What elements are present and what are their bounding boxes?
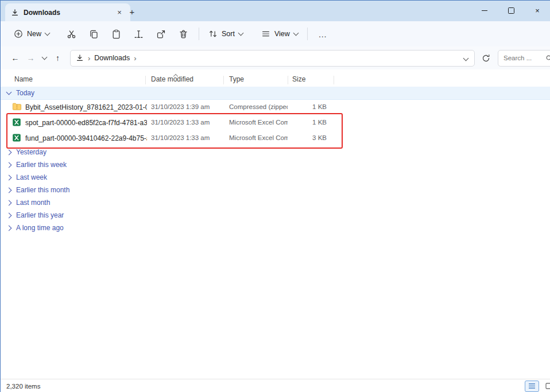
paste-button[interactable]: [105, 25, 127, 43]
new-button[interactable]: New: [9, 25, 55, 43]
group-label: Last month: [16, 199, 50, 207]
chevron-down-icon: [463, 56, 469, 61]
chevron-right-icon: [6, 162, 12, 168]
navigation-bar: ← → ↑ › Downloads ›: [1, 46, 550, 70]
tab-close-icon[interactable]: ×: [114, 7, 125, 18]
clipboard-icon: [111, 29, 121, 39]
column-header-type[interactable]: Type: [229, 75, 244, 83]
zip-folder-icon: [12, 102, 22, 112]
group-label: Yesterday: [16, 148, 47, 156]
column-header-name[interactable]: Name: [14, 75, 33, 83]
view-toggles: [525, 381, 550, 392]
chevron-down-icon: [6, 90, 12, 95]
group-label: Last week: [16, 173, 47, 181]
file-list-area: Name Date modified Type Size Today Bybit…: [1, 69, 550, 379]
ellipsis-icon: …: [318, 29, 327, 39]
rename-icon: [134, 29, 144, 39]
close-button[interactable]: ×: [524, 1, 550, 21]
see-more-button[interactable]: …: [312, 25, 334, 43]
chevron-right-icon: [6, 212, 12, 218]
command-toolbar: New: [1, 21, 550, 47]
refresh-button[interactable]: [477, 51, 494, 66]
group-label: Earlier this month: [16, 186, 69, 194]
chevron-down-icon: [238, 30, 244, 36]
rename-button[interactable]: [127, 25, 150, 43]
view-button-label: View: [274, 30, 290, 38]
group-label: Today: [16, 89, 34, 97]
share-button[interactable]: [150, 25, 172, 43]
address-dropdown-button[interactable]: [464, 54, 469, 62]
group-label: A long time ago: [16, 224, 64, 232]
refresh-icon: [482, 54, 490, 63]
column-divider[interactable]: [288, 76, 288, 84]
breadcrumb-separator: ›: [88, 54, 90, 63]
file-type: Compressed (zipped)...: [229, 103, 288, 110]
window-controls: ×: [471, 1, 550, 21]
group-label: Earlier this year: [16, 211, 64, 219]
group-label: Earlier this week: [16, 161, 67, 169]
maximize-icon: [508, 7, 514, 14]
view-button[interactable]: View: [256, 25, 303, 43]
group-row-a-long-time-ago[interactable]: A long time ago: [1, 222, 550, 234]
delete-button[interactable]: [172, 25, 195, 43]
file-size: 1 KB: [288, 103, 327, 110]
group-row-earlier-this-month[interactable]: Earlier this month: [1, 184, 550, 196]
column-header-size[interactable]: Size: [292, 75, 305, 83]
share-icon: [156, 29, 166, 39]
column-divider[interactable]: [223, 76, 224, 84]
chevron-down-icon: [41, 55, 47, 60]
group-row-earlier-this-year[interactable]: Earlier this year: [1, 209, 550, 222]
address-bar[interactable]: › Downloads ›: [70, 50, 475, 67]
group-row-last-week[interactable]: Last week: [1, 171, 550, 184]
chevron-right-icon: [6, 187, 12, 193]
recent-locations-button[interactable]: [38, 51, 50, 66]
file-date-modified: 31/10/2023 1:39 am: [151, 103, 226, 110]
minimize-icon: [482, 10, 487, 11]
sort-button[interactable]: Sort: [203, 25, 248, 43]
thumbnails-view-icon: [545, 383, 550, 389]
new-button-label: New: [27, 30, 41, 38]
toolbar-divider: [307, 28, 308, 40]
search-icon: [545, 55, 550, 62]
group-row-today[interactable]: Today: [1, 87, 550, 100]
breadcrumb-separator: ›: [134, 54, 136, 63]
view-list-icon: [261, 29, 270, 38]
forward-button[interactable]: →: [23, 51, 38, 66]
copy-icon: [89, 29, 99, 39]
up-button[interactable]: ↑: [50, 51, 65, 66]
breadcrumb-downloads[interactable]: Downloads: [94, 54, 130, 62]
file-row-bybit-zip[interactable]: Bybit_AssetHistory_8781621_2023-01-01_20…: [1, 99, 550, 115]
thumbnails-view-toggle[interactable]: [542, 381, 550, 392]
toolbar-divider: [199, 28, 199, 40]
sort-arrows-icon: [208, 29, 218, 38]
trash-icon: [179, 29, 188, 39]
details-view-toggle[interactable]: [525, 381, 539, 392]
item-count: 2,320 items: [6, 383, 40, 390]
group-row-yesterday[interactable]: Yesterday: [1, 146, 550, 158]
new-tab-button[interactable]: +: [125, 5, 140, 18]
minimize-button[interactable]: [471, 1, 498, 21]
cut-button[interactable]: [60, 25, 83, 43]
file-explorer-window: Downloads × + × New: [0, 0, 550, 392]
back-button[interactable]: ←: [7, 51, 23, 66]
group-row-earlier-this-week[interactable]: Earlier this week: [1, 158, 550, 171]
download-icon: [11, 9, 19, 17]
file-rows: Today Bybit_AssetHistory_8781621_2023-01…: [1, 87, 550, 328]
column-divider[interactable]: [145, 76, 146, 84]
maximize-button[interactable]: [498, 1, 524, 21]
plus-circle-icon: [14, 29, 23, 38]
column-header-row: Name Date modified Type Size: [1, 72, 550, 87]
search-input[interactable]: [502, 54, 543, 62]
tab-title: Downloads: [24, 9, 60, 17]
column-header-date-modified[interactable]: Date modified: [151, 75, 193, 83]
chevron-down-icon: [45, 30, 51, 36]
details-view-icon: [528, 383, 536, 389]
copy-button[interactable]: [83, 25, 105, 43]
status-bar: 2,320 items: [1, 379, 550, 392]
tab-downloads[interactable]: Downloads ×: [5, 3, 130, 21]
column-divider[interactable]: [334, 76, 334, 84]
group-row-last-month[interactable]: Last month: [1, 196, 550, 209]
chevron-right-icon: [6, 225, 12, 231]
chevron-right-icon: [6, 174, 12, 180]
chevron-right-icon: [6, 149, 12, 155]
